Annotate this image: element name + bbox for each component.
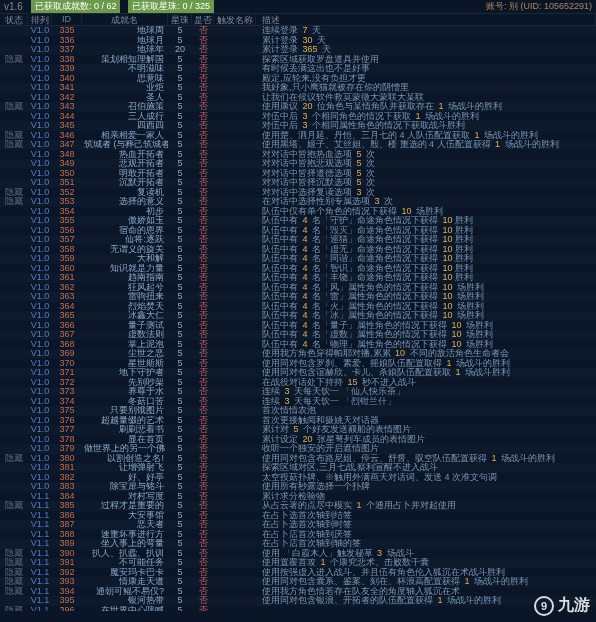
table-row[interactable]: V1.0369尘世之恶5否使用我方角色穿得帕耶对播,累累 10 不同的敌活角色生… xyxy=(0,349,596,359)
table-row[interactable]: 隐藏V1.0343召伯施策5否使用康议 20 位角色与某情角队并获取存在 1 场… xyxy=(0,102,596,112)
table-row[interactable]: V1.0345四西四5否对伍中后 3 个相同属性角色的情况下获取战斗胜利 xyxy=(0,121,596,131)
cell-id: 385 xyxy=(52,501,82,511)
table-row[interactable]: 隐藏V1.0347筑城者 (与葬己筑城者)5否使用黑塔、姬子、艾丝妲、殷、楼 重… xyxy=(0,140,596,150)
table-row[interactable]: 隐藏V1.0380以割创造之名!5否使用同对包含布路尼姐、停云、舒督、驭空队伍配… xyxy=(0,454,596,464)
table-row[interactable]: V1.0383除宝扉与铭斗5否使用所有秒露选择一个扑牌 xyxy=(0,482,596,492)
cell-status xyxy=(0,406,28,416)
col-id[interactable]: ID xyxy=(52,14,82,25)
table-row[interactable]: 隐藏V1.1390扒人、扒蠹、扒训5否使用 「白霞木人」触发秘草 3 场战斗 xyxy=(0,549,596,559)
cell-star: 5 xyxy=(168,511,192,521)
cell-id: 390 xyxy=(52,549,82,559)
table-row[interactable]: V1.1387恶天者5否在占卜选首次轴到时签 xyxy=(0,520,596,530)
cell-star: 5 xyxy=(168,492,192,502)
table-row[interactable]: V1.0341业炬5否我好象,只小鹰猫就被存在你的阴憎里 xyxy=(0,83,596,93)
table-row[interactable]: V1.1395银河热带5否使用同对包含银浪、开拓者的队伍配置获得 1 场战斗的胜… xyxy=(0,596,596,606)
table-row[interactable]: V1.0349悲观开拓者5否对对话中皆抱悲观选项 5 次 xyxy=(0,159,596,169)
table-row[interactable]: V1.0381让增弹射飞5否探索区域对区,三月七战,察利宣醒不进入战斗 xyxy=(0,463,596,473)
table-row[interactable]: V1.0382好、好亭5否太空投菇扑牌、※触用外满画天对话词、发送 4 次准文句… xyxy=(0,473,596,483)
cell-desc: 在战役对话处下持持 15 秒不进入战斗 xyxy=(256,378,596,388)
table-row[interactable]: 隐藏V1.1392魔安玛卡巴卡5否使用按强虚入进入战斗、并且伍有角色伦入狐沉在术… xyxy=(0,568,596,578)
cell-desc: 使用置覆首攻 1 个康究悲术、击败数千囊 xyxy=(256,558,596,568)
table-row[interactable]: V1.0368掌上泥泡5否队伍中有 4 名「物理」属性角色的情况下获得 10 场… xyxy=(0,340,596,350)
table-row[interactable]: 隐藏V1.0353选择的意义5否在对话中选择性别专属选项 3 次 xyxy=(0,197,596,207)
table-row[interactable]: V1.0351沉默开拓者5否对对话中皆择沉默选项 5 次 xyxy=(0,178,596,188)
table-row[interactable]: V1.0361趋南指南5否队伍中有 4 名「丰饶」命途角色情况下获得 10胜利 xyxy=(0,273,596,283)
cell-star: 5 xyxy=(168,121,192,131)
table-row[interactable]: V1.1384对村写度5否累计求分检验物 xyxy=(0,492,596,502)
table-row[interactable]: 隐藏V1.1393情康走天道5否使用同对包含囊系、鉴案、刻在、杯浪高配置获得 1… xyxy=(0,577,596,587)
table-row[interactable]: V1.0367虚数法则5否队伍中有 4 名「虚数」属性角色的情况下获得 10 场… xyxy=(0,330,596,340)
table-row[interactable]: 隐藏V1.1391不可能任务5否使用置覆首攻 1 个康究悲术、击败数千囊 xyxy=(0,558,596,568)
table-row[interactable]: V1.0356宿命的恩界5否队伍中有 4 名「毁灭」命途角色情况下获得 10胜利 xyxy=(0,226,596,236)
table-row[interactable]: V1.0373养尊于水5否连续 3 天每天饮一 「仙人快乐茶」 xyxy=(0,387,596,397)
col-order[interactable]: 排列 xyxy=(28,14,52,25)
table-row[interactable]: V1.0354初步5否队伍中仅有单个角色的情况下获得 10 场胜利 xyxy=(0,207,596,217)
table-row[interactable]: V1.0350明敢开拓者5否对对话中皆择道德选项 5 次 xyxy=(0,169,596,179)
table-row[interactable]: V1.0342圣人5否让我们在候议软件救莫蒙徵大蒙联大某联 xyxy=(0,93,596,103)
table-row[interactable]: V1.0355傲娇如玉5否队伍中有 4 名「守护」命途角色情况下获得 10胜利 xyxy=(0,216,596,226)
table-row[interactable]: V1.0370星世斯斯5否使用同对包含罗刹、素爱、摇娘队伍配置取得 1 场战斗的… xyxy=(0,359,596,369)
table-row[interactable]: V1.0344三人成行5否对伍中后 3 个相同角色的情况下获取 1 场战斗的胜利 xyxy=(0,112,596,122)
col-trigger[interactable]: 触发名称 xyxy=(214,14,256,25)
table-row[interactable]: V1.0374冬菇口苦5否连续 3 天每天饮一 「烈钳兰什」 xyxy=(0,397,596,407)
cell-id: 381 xyxy=(52,463,82,473)
table-row[interactable]: V1.0378显在首页5否累计设定 20 张星弩列车成员的表情图片 xyxy=(0,435,596,445)
table-row[interactable]: V1.1389坐入事上的弯量5否在占卜店首次轴到轴的签 xyxy=(0,539,596,549)
cell-trigger xyxy=(214,273,256,283)
table-row[interactable]: V1.0336地球月5否累计登录 30 天 xyxy=(0,36,596,46)
table-row[interactable]: V1.0337地球年20否累计登录 365 天 xyxy=(0,45,596,55)
cell-trigger xyxy=(214,501,256,511)
table-row[interactable]: V1.0362狂风起兮5否队伍中有 4 名「风」属性角色的情况下获得 10 场胜… xyxy=(0,283,596,293)
cell-id: 341 xyxy=(52,83,82,93)
cell-order: V1.0 xyxy=(28,397,52,407)
cell-flag: 否 xyxy=(192,435,214,445)
cell-status xyxy=(0,463,28,473)
table-row[interactable]: 隐藏V1.0338策划相知理解国5否探索区域获取罗盘道具并使用 xyxy=(0,55,596,65)
table-row[interactable]: V1.0340思意味5否殿定,应轮来,没有负担才更 xyxy=(0,74,596,84)
cell-desc: 累计登录 30 天 xyxy=(256,36,596,46)
cell-id: 376 xyxy=(52,416,82,426)
table-row[interactable]: V1.0360知识就是力量5否队伍中有 4 名「智识」命途角色情况下获得 10胜… xyxy=(0,264,596,274)
cell-name: 傲娇如玉 xyxy=(82,216,168,226)
cell-star: 5 xyxy=(168,359,192,369)
table-row[interactable]: V1.1388速重坏事进行方5否在占卜店首次轴到厌签 xyxy=(0,530,596,540)
col-star[interactable]: 星珠 xyxy=(168,14,192,25)
table-row[interactable]: V1.0363雷驹扭来5否队伍中有 4 名「雷」属性角色的情况下获得 10 场胜… xyxy=(0,292,596,302)
table-row[interactable]: V1.0358无谓义的旋关5否队伍中有 4 名「虚无」命途角色情况下获得 10胜… xyxy=(0,245,596,255)
cell-id: 345 xyxy=(52,121,82,131)
table-row[interactable]: V1.0371地下守护者5否使用同对包含谊赫欣、卡儿、杀娘队伍配置获取 1 场战… xyxy=(0,368,596,378)
table-row[interactable]: V1.0364烈焰焚天5否队伍中有 4 名「火」属性角色的情况下获得 10 场胜… xyxy=(0,302,596,312)
table-row[interactable]: V1.1386大安事馆5否在占卜选首次轴到结签 xyxy=(0,511,596,521)
table-row[interactable]: V1.0348热血开拓者5否对对话中皆抱热血选项 5 次 xyxy=(0,150,596,160)
cell-id: 380 xyxy=(52,454,82,464)
col-status[interactable]: 状态 xyxy=(0,14,28,25)
cell-order: V1.0 xyxy=(28,378,52,388)
col-flag[interactable]: 是否 xyxy=(192,14,214,25)
col-name[interactable]: 成就名 xyxy=(82,14,168,25)
cell-trigger xyxy=(214,368,256,378)
cell-order: V1.1 xyxy=(28,530,52,540)
table-row[interactable]: 隐藏V1.1394通朝可鲲不易仅?5否使用我方角色情若存在队友全的角度轴入狐沉在… xyxy=(0,587,596,597)
cell-id: 362 xyxy=(52,283,82,293)
table-row[interactable]: V1.0379做世界上的另一个佛5否收听一个独安的开启遮情图片 xyxy=(0,444,596,454)
table-row[interactable]: V1.0335地球周5否连续登录 7 天 xyxy=(0,26,596,36)
table-row[interactable]: V1.0359大和解5否队伍中有 4 名「同谐」命途角色情况下获得 10胜利 xyxy=(0,254,596,264)
table-row[interactable]: V1.0365冰鑫大仁5否队伍中有 4 名「冰」属性角色的情况下获得 10 场胜… xyxy=(0,311,596,321)
table-row[interactable]: V1.0377刷刷悲看书5否累计对 5 个好友发送额船的表情图片 xyxy=(0,425,596,435)
table-row[interactable]: V1.0339不明滋味5否有时候丢满这出也不是好事 xyxy=(0,64,596,74)
col-desc[interactable]: 描述 xyxy=(256,14,596,25)
cell-desc: 对对话中皆择道德选项 5 次 xyxy=(256,169,596,179)
cell-order: V1.1 xyxy=(28,549,52,559)
cell-star: 5 xyxy=(168,596,192,606)
table-row[interactable]: V1.0366量子测试5否队伍中有 4 名「量子」属性角色的情况下获得 10 场… xyxy=(0,321,596,331)
cell-status: 隐藏 xyxy=(0,501,28,511)
table-row[interactable]: 隐藏V1.0346相亲相爱一家人5否使用楚、泗月延、丹恒、三月七的 4 人队伍配… xyxy=(0,131,596,141)
table-row[interactable]: V1.0376超越量缀的艺术5否首次更接触阅和摄姚天对话器 xyxy=(0,416,596,426)
table-row[interactable]: 隐藏V1.1385过程才是重要的5否从占云著的点尽中模实 1 个通用占卜并对起使… xyxy=(0,501,596,511)
table-row[interactable]: 隐藏V1.1396在世界中心呼喊5否 xyxy=(0,606,596,612)
table-row[interactable]: 隐藏V1.0352复读机5否对对话中选择复读选项 3 次 xyxy=(0,188,596,198)
table-row[interactable]: V1.0375只要别饿图片5否首次情情农泡 xyxy=(0,406,596,416)
table-row[interactable]: V1.0372先别吵架5否在战役对话处下持持 15 秒不进入战斗 xyxy=(0,378,596,388)
table-row[interactable]: V1.0357仙将:逐跃5否队伍中有 4 名「巡猎」命途角色情况下获得 10胜利 xyxy=(0,235,596,245)
cell-flag: 否 xyxy=(192,359,214,369)
